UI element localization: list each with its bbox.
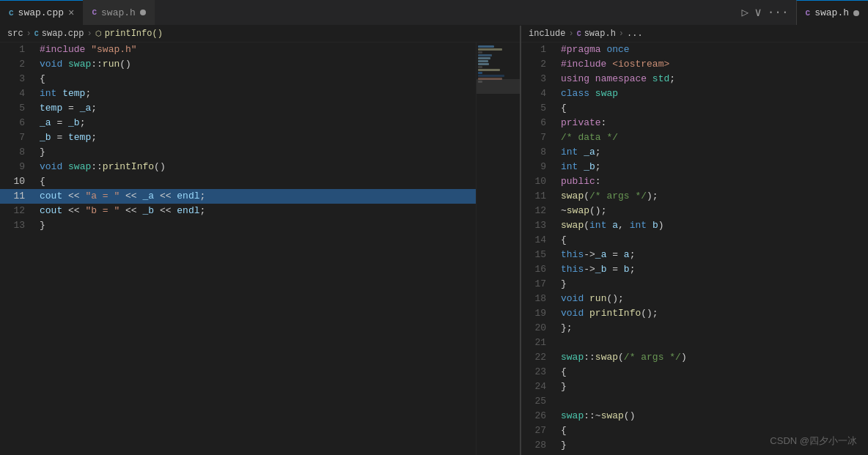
chevron-icon[interactable]: ∨ (754, 5, 762, 20)
table-row: 24 } (521, 380, 868, 394)
right-breadcrumb-file: swap.h (584, 29, 616, 39)
left-code-scroll[interactable]: 1 #include "swap.h" 2 void swap::run() 3… (0, 42, 476, 455)
right-breadcrumb-ellipsis: ... (627, 29, 643, 39)
right-breadcrumb-include: include (529, 29, 565, 39)
left-breadcrumb: src › C swap.cpp › ⬡ printInfo() (0, 26, 520, 42)
h-file-icon-right: C (806, 9, 811, 18)
table-row: 19 void printInfo(); (521, 306, 868, 321)
table-row: 5 temp = _a; (0, 101, 476, 116)
right-code-area: 1 #pragma once 2 #include <iostream> 3 u… (521, 42, 868, 455)
right-breadcrumb-h-icon: C (577, 30, 581, 38)
more-icon[interactable]: ··· (768, 6, 789, 19)
tab-close-swap-cpp[interactable]: × (68, 8, 74, 18)
tab-swap-cpp[interactable]: C swap.cpp × (0, 0, 83, 25)
table-row: 3 using namespace std; (521, 72, 868, 86)
table-row: 3 { (0, 72, 476, 86)
minimap-viewport (477, 79, 520, 94)
table-row: 10 { (0, 174, 476, 189)
table-row: 15 this->_a = a; (521, 248, 868, 262)
table-row: 25 (521, 394, 868, 409)
table-row: 16 this->_b = b; (521, 262, 868, 277)
tab-modified-dot-right (853, 10, 859, 16)
table-row: 8 int _a; (521, 145, 868, 160)
table-row: 21 (521, 336, 868, 350)
left-editor-pane: src › C swap.cpp › ⬡ printInfo() 1 #incl… (0, 26, 521, 455)
tab-swap-h-right[interactable]: C swap.h (796, 0, 868, 25)
table-row: 20 }; (521, 321, 868, 336)
tab-bar: C swap.cpp × C swap.h ▷ ∨ ··· C swap.h (0, 0, 868, 26)
left-minimap (476, 42, 520, 455)
table-row: 4 int temp; (0, 86, 476, 101)
table-row: 1 #include "swap.h" (0, 42, 476, 57)
left-breadcrumb-file: swap.cpp (42, 29, 84, 39)
table-row: 4 class swap (521, 86, 868, 101)
table-row: 26 swap::~swap() (521, 409, 868, 423)
left-breadcrumb-func: printInfo() (105, 29, 163, 39)
left-breadcrumb-cpp-icon: C (34, 30, 39, 38)
left-breadcrumb-src: src (7, 29, 23, 39)
cpp-file-icon: C (9, 9, 14, 18)
table-row: 7 /* data */ (521, 130, 868, 145)
right-code-scroll[interactable]: 1 #pragma once 2 #include <iostream> 3 u… (521, 42, 868, 455)
table-row: 1 #pragma once (521, 42, 868, 57)
tab-modified-dot-left (140, 10, 146, 15)
tab-label-swap-h-left: swap.h (101, 7, 136, 18)
table-row: 12 cout << "b = " << _b << endl; (0, 204, 476, 218)
watermark: CSDN @四夕小一冰 (770, 434, 857, 448)
table-row: 18 void run(); (521, 292, 868, 306)
table-row: 13 swap(int a, int b) (521, 218, 868, 233)
table-row: 11 cout << "a = " << _a << endl; (0, 189, 476, 204)
editors-container: src › C swap.cpp › ⬡ printInfo() 1 #incl… (0, 26, 868, 455)
tab-swap-h-left[interactable]: C swap.h (83, 0, 154, 25)
table-row: 10 public: (521, 174, 868, 189)
table-row: 9 void swap::printInfo() (0, 160, 476, 174)
table-row: 5 { (521, 101, 868, 116)
table-row: 2 #include <iostream> (521, 57, 868, 72)
toolbar-right: ▷ ∨ ··· (741, 5, 795, 20)
left-breadcrumb-func-icon: ⬡ (95, 29, 102, 38)
table-row: 13 } (0, 218, 476, 233)
table-row: 9 int _b; (521, 160, 868, 174)
run-icon[interactable]: ▷ (741, 5, 749, 20)
table-row: 17 } (521, 277, 868, 292)
table-row: 14 { (521, 233, 868, 248)
table-row: 7 _b = temp; (0, 130, 476, 145)
table-row: 6 private: (521, 116, 868, 130)
h-file-icon-left: C (92, 8, 97, 17)
table-row: 12 ~swap(); (521, 204, 868, 218)
table-row: 11 swap(/* args */); (521, 189, 868, 204)
tab-label-swap-h-right: swap.h (814, 7, 849, 18)
table-row: 22 swap::swap(/* args */) (521, 350, 868, 365)
tab-label-swap-cpp: swap.cpp (18, 7, 64, 18)
left-code-area: 1 #include "swap.h" 2 void swap::run() 3… (0, 42, 520, 455)
table-row: 6 _a = _b; (0, 116, 476, 130)
table-row: 8 } (0, 145, 476, 160)
table-row: 23 { (521, 365, 868, 380)
right-editor-pane: include › C swap.h › ... 1 #pragma once … (521, 26, 868, 455)
table-row: 2 void swap::run() (0, 57, 476, 72)
right-breadcrumb: include › C swap.h › ... (521, 26, 868, 42)
